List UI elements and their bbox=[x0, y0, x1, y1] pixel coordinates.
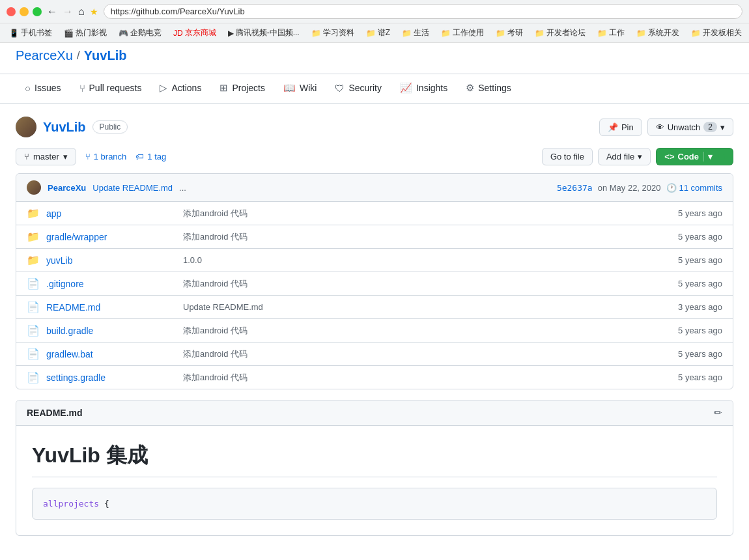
readme-header: README.md ✏ bbox=[16, 400, 733, 426]
code-dropdown-arrow[interactable]: ▾ bbox=[703, 152, 713, 161]
bookmark-item[interactable]: 📁 学习资料 bbox=[307, 26, 358, 40]
chevron-down-icon: ▾ bbox=[720, 122, 725, 132]
nav-item-issues[interactable]: ○ Issues bbox=[16, 75, 70, 103]
settings-icon: ⚙ bbox=[466, 82, 474, 94]
file-time: 5 years ago bbox=[644, 208, 722, 218]
nav-item-pull-requests[interactable]: ⑂ Pull requests bbox=[70, 75, 151, 103]
file-desc: 添加android 代码 bbox=[183, 348, 638, 360]
bookmark-item[interactable]: JD 京东商城 bbox=[169, 26, 220, 40]
code-block: allprojects { bbox=[32, 488, 717, 520]
bookmark-item[interactable]: 📱 手机书签 bbox=[5, 26, 56, 40]
file-row: 📁 gradle/wrapper 添加android 代码 5 years ag… bbox=[16, 225, 733, 249]
file-name[interactable]: gradle/wrapper bbox=[46, 232, 177, 242]
file-name[interactable]: gradlew.bat bbox=[46, 349, 177, 359]
file-row: 📄 gradlew.bat 添加android 代码 5 years ago bbox=[16, 343, 733, 366]
breadcrumb-owner[interactable]: PearceXu bbox=[16, 48, 73, 63]
clock-icon: 🕐 bbox=[666, 183, 677, 193]
commit-dots[interactable]: ... bbox=[179, 183, 186, 193]
readme-heading: YuvLib 集成 bbox=[32, 441, 717, 477]
nav-item-security[interactable]: 🛡 Security bbox=[326, 75, 391, 103]
pin-icon: 📌 bbox=[608, 122, 618, 132]
eye-icon: 👁 bbox=[656, 122, 664, 132]
file-desc: 添加android 代码 bbox=[183, 325, 638, 337]
bookmark-item[interactable]: 🎬 热门影视 bbox=[60, 26, 111, 40]
bookmark-item[interactable]: 📁 开发板相关 bbox=[687, 26, 746, 40]
file-time: 5 years ago bbox=[644, 372, 722, 382]
file-time: 3 years ago bbox=[644, 302, 722, 312]
back-icon[interactable]: ← bbox=[47, 6, 57, 18]
chevron-down-icon: ▾ bbox=[638, 152, 642, 161]
repo-actions: 📌 Pin 👁 Unwatch 2 ▾ bbox=[599, 118, 733, 136]
repo-name[interactable]: YuvLib bbox=[43, 120, 86, 135]
file-name[interactable]: settings.gradle bbox=[46, 372, 177, 383]
pin-button[interactable]: 📌 Pin bbox=[599, 119, 642, 136]
projects-icon: ⊞ bbox=[219, 82, 228, 94]
branch-left: ⑂ master ▾ ⑂ 1 branch 🏷 1 tag bbox=[16, 148, 166, 165]
unwatch-button[interactable]: 👁 Unwatch 2 ▾ bbox=[647, 118, 733, 136]
branch-selector[interactable]: ⑂ master ▾ bbox=[16, 148, 76, 165]
readme-title: README.md bbox=[27, 408, 83, 418]
code-keyword: allprojects bbox=[43, 499, 99, 509]
file-name[interactable]: build.gradle bbox=[46, 326, 177, 336]
go-to-file-button[interactable]: Go to file bbox=[542, 148, 593, 165]
wiki-icon: 📖 bbox=[283, 82, 296, 94]
file-row: 📁 yuvLib 1.0.0 5 years ago bbox=[16, 249, 733, 272]
bookmark-item[interactable]: 📁 系统开发 bbox=[632, 26, 683, 40]
bookmark-item[interactable]: 📁 工作使用 bbox=[437, 26, 488, 40]
github-header: PearceXu / YuvLib bbox=[0, 43, 749, 74]
branch-row: ⑂ master ▾ ⑂ 1 branch 🏷 1 tag Go to file… bbox=[16, 148, 733, 165]
main-content: YuvLib Public 📌 Pin 👁 Unwatch 2 ▾ ⑂ mast… bbox=[0, 104, 749, 549]
home-icon[interactable]: ⌂ bbox=[78, 6, 85, 18]
bookmark-item[interactable]: 📁 考研 bbox=[492, 26, 527, 40]
url-bar[interactable]: https://github.com/PearceXu/YuvLib bbox=[104, 4, 742, 19]
unwatch-count: 2 bbox=[703, 122, 717, 132]
tag-count-link[interactable]: 🏷 1 tag bbox=[135, 152, 166, 161]
breadcrumb-repo[interactable]: YuvLib bbox=[84, 48, 127, 63]
maximize-button[interactable] bbox=[33, 7, 42, 16]
chevron-down-icon: ▾ bbox=[63, 152, 68, 161]
commit-header: PearceXu Update README.md ... 5e2637a on… bbox=[16, 174, 733, 202]
folder-icon: 📁 bbox=[27, 207, 40, 219]
bookmark-item[interactable]: 🎮 企鹅电竞 bbox=[115, 26, 165, 40]
nav-item-projects[interactable]: ⊞ Projects bbox=[210, 74, 274, 103]
add-file-button[interactable]: Add file ▾ bbox=[598, 148, 651, 165]
file-doc-icon: 📄 bbox=[27, 324, 40, 337]
bookmark-item[interactable]: 📁 工作 bbox=[593, 26, 629, 40]
commit-count[interactable]: 🕐 11 commits bbox=[666, 183, 722, 193]
commit-message[interactable]: Update README.md bbox=[92, 183, 173, 193]
bookmark-item[interactable]: ▶ 腾讯视频-中国频... bbox=[224, 26, 304, 40]
bookmark-item[interactable]: 📁 谱Z bbox=[362, 26, 394, 40]
branch-right: Go to file Add file ▾ <> Code ▾ bbox=[542, 148, 733, 165]
commit-author[interactable]: PearceXu bbox=[48, 183, 86, 193]
commit-sha[interactable]: 5e2637a bbox=[557, 183, 593, 193]
actions-icon: ▷ bbox=[160, 82, 167, 94]
forward-icon[interactable]: → bbox=[63, 6, 73, 18]
file-desc: Update README.md bbox=[183, 302, 638, 312]
file-desc: 1.0.0 bbox=[183, 255, 638, 265]
minimize-button[interactable] bbox=[20, 7, 29, 16]
bookmark-item[interactable]: 📁 开发者论坛 bbox=[531, 26, 589, 40]
code-button[interactable]: <> Code ▾ bbox=[656, 148, 733, 165]
nav-item-actions[interactable]: ▷ Actions bbox=[150, 74, 210, 103]
repo-title-area: YuvLib Public bbox=[16, 117, 128, 137]
file-doc-icon: 📄 bbox=[27, 301, 40, 313]
tag-icon: 🏷 bbox=[135, 152, 144, 161]
file-name[interactable]: README.md bbox=[46, 302, 177, 313]
code-brace: { bbox=[104, 499, 109, 509]
readme-edit-button[interactable]: ✏ bbox=[714, 407, 722, 419]
file-time: 5 years ago bbox=[644, 279, 722, 288]
close-button[interactable] bbox=[7, 7, 16, 16]
nav-item-settings[interactable]: ⚙ Settings bbox=[457, 74, 520, 103]
branch-count-link[interactable]: ⑂ 1 branch bbox=[85, 152, 127, 161]
bookmark-item[interactable]: 📁 生活 bbox=[398, 26, 433, 40]
file-name[interactable]: .gitignore bbox=[46, 279, 177, 289]
nav-item-wiki[interactable]: 📖 Wiki bbox=[274, 74, 326, 103]
file-name[interactable]: yuvLib bbox=[46, 255, 177, 266]
bookmark-star-icon[interactable]: ★ bbox=[90, 7, 98, 17]
repo-header-row: YuvLib Public 📌 Pin 👁 Unwatch 2 ▾ bbox=[16, 117, 733, 137]
file-time: 5 years ago bbox=[644, 255, 722, 265]
nav-item-insights[interactable]: 📈 Insights bbox=[391, 74, 457, 103]
file-row: 📄 .gitignore 添加android 代码 5 years ago bbox=[16, 272, 733, 296]
file-name[interactable]: app bbox=[46, 208, 177, 219]
file-doc-icon: 📄 bbox=[27, 371, 40, 384]
